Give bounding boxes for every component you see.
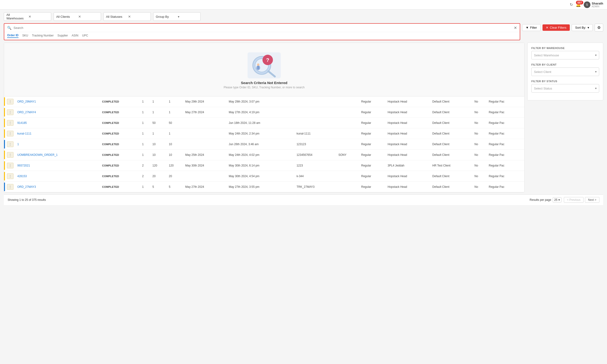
type-cell: Regular (359, 128, 386, 139)
order-id-link[interactable]: 428153 (17, 175, 27, 178)
group-by-dropdown[interactable]: Group By ▾ (153, 12, 201, 21)
row-menu-button[interactable]: ⋮ (7, 99, 14, 104)
col9-cell (336, 139, 359, 150)
order-id-link[interactable]: kunal-1111 (17, 132, 31, 135)
footer-right: Results per page 25 ▾ < Previous Next > (530, 197, 599, 203)
tab-tracking-number[interactable]: Tracking Number (32, 33, 54, 38)
order-id-cell: ORD_29MAY1 (15, 96, 100, 107)
client-filter-label: All Clients (56, 15, 76, 18)
user-info: S Sharath ADMIN (584, 1, 603, 8)
date2-cell: Jun 18th 2024, 11:28 am (227, 118, 295, 128)
tab-order-id[interactable]: Order ID (7, 33, 18, 38)
status-badge: COMPLETED (102, 164, 119, 167)
status-filter-label: All Statuses (106, 15, 126, 18)
status-badge: COMPLETED (102, 100, 119, 103)
col8-cell (295, 107, 336, 118)
warehouse-select[interactable]: Select Warehouse ▾ (531, 51, 599, 59)
order-id-cell: ORD_27MAY4 (15, 107, 100, 118)
ship-date-cell: May 25th 2024 (183, 150, 227, 160)
status-cell: COMPLETED (100, 128, 140, 139)
svg-point-7 (257, 64, 259, 66)
client-filter-chip[interactable]: All Clients ✕ (54, 12, 101, 21)
status-cell: COMPLETED (100, 150, 140, 160)
table-row: ⋮ 1 COMPLETED 1 10 10 Jun 26th 2024, 3:4… (4, 139, 524, 150)
results-per-page-select[interactable]: 25 ▾ (553, 197, 562, 203)
next-button[interactable]: Next > (585, 197, 599, 203)
tab-asin[interactable]: ASIN (72, 33, 78, 38)
warehouse-filter-chip[interactable]: All Warehouses ✕ (4, 12, 51, 21)
col9-cell (336, 96, 359, 107)
filter-icon: ▼ (526, 26, 529, 29)
col5-cell: 10 (167, 139, 183, 150)
client-filter-heading: FILTER BY CLIENT (531, 63, 599, 66)
row-menu-button[interactable]: ⋮ (7, 184, 14, 190)
type-cell: Regular (359, 139, 386, 150)
col4-cell: 5 (151, 182, 167, 192)
filter-button[interactable]: ▼ Filter (522, 24, 541, 31)
order-id-link[interactable]: ORD_29MAY1 (17, 100, 36, 103)
prev-button[interactable]: < Previous (564, 197, 583, 203)
col3-cell: 1 (140, 128, 151, 139)
col8-cell: 1223 (295, 160, 336, 171)
status-badge: COMPLETED (102, 185, 119, 188)
status-filter-chip[interactable]: All Statuses ✕ (103, 12, 151, 21)
chevron-down-icon: ▾ (595, 70, 597, 73)
order-id-link[interactable]: ORD_27MAY4 (17, 111, 36, 114)
tab-upc[interactable]: UPC (82, 33, 88, 38)
warehouse-filter-close[interactable]: ✕ (28, 15, 49, 18)
row-menu-button[interactable]: ⋮ (7, 141, 14, 147)
date2-cell: May 29th 2024, 3:07 pm (227, 96, 295, 107)
ship-date-cell: May 27th 2024 (183, 107, 227, 118)
order-id-link[interactable]: ORD_27MAY3 (17, 185, 36, 189)
row-menu-button[interactable]: ⋮ (7, 163, 14, 168)
col8-cell: k-344 (295, 171, 336, 182)
order-id-link[interactable]: UOMBREAKDOWN_ORDER_1 (17, 153, 58, 156)
row-menu-cell: ⋮ (5, 150, 15, 160)
col3-cell: 2 (140, 160, 151, 171)
client-select[interactable]: Select Client ▾ (531, 67, 599, 76)
col9-cell (336, 128, 359, 139)
ship-date-cell (183, 118, 227, 128)
results-per-page-label: Results per page (530, 198, 551, 202)
row-menu-button[interactable]: ⋮ (7, 120, 14, 126)
col8-cell (295, 96, 336, 107)
col9-cell (336, 107, 359, 118)
col3-cell: 1 (140, 118, 151, 128)
table-area: ? Search Criteria Not Entered Please typ… (4, 43, 524, 193)
empty-state-illustration: ? (245, 50, 283, 81)
chevron-down-icon: ▾ (588, 26, 589, 29)
client-filter-close[interactable]: ✕ (78, 15, 98, 18)
row-menu-button[interactable]: ⋮ (7, 152, 14, 158)
user-role: ADMIN (592, 5, 603, 8)
status-select[interactable]: Select Status ▾ (531, 84, 599, 93)
tab-sku[interactable]: SKU (22, 33, 28, 38)
search-clear-icon[interactable]: ✕ (514, 26, 517, 30)
col8-cell: kunal-1111 (295, 128, 336, 139)
sort-by-button[interactable]: Sort By: ▾ (572, 24, 593, 31)
pack-cell: Regular Pac (487, 96, 524, 107)
settings-button[interactable]: ⚙ (595, 24, 603, 31)
close-icon: ✕ (546, 26, 548, 29)
search-input[interactable] (14, 26, 512, 30)
col5-cell: 10 (167, 150, 183, 160)
row-menu-button[interactable]: ⋮ (7, 173, 14, 179)
status-cell: COMPLETED (100, 139, 140, 150)
col4-cell: 10 (151, 150, 167, 160)
refresh-icon[interactable]: ↻ (570, 2, 573, 7)
clear-filters-button[interactable]: ✕ Clear Filters (542, 24, 570, 31)
status-cell: COMPLETED (100, 118, 140, 128)
order-id-link[interactable]: 914185 (17, 121, 27, 125)
tab-supplier[interactable]: Supplier (57, 33, 68, 38)
row-menu-button[interactable]: ⋮ (7, 109, 14, 115)
col12-cell: No (472, 150, 487, 160)
col12-cell: No (472, 182, 487, 192)
order-id-cell: 914185 (15, 118, 100, 128)
user-name: Sharath (592, 2, 603, 5)
row-menu-button[interactable]: ⋮ (7, 131, 14, 136)
status-filter-close[interactable]: ✕ (128, 15, 148, 18)
warehouse-cell: Hopstack Head (386, 150, 430, 160)
pack-cell: Regular Pac (487, 171, 524, 182)
order-id-link[interactable]: 99372021 (17, 164, 30, 167)
order-id-link[interactable]: 1 (17, 143, 19, 146)
col8-cell: 1234567654 (295, 150, 336, 160)
